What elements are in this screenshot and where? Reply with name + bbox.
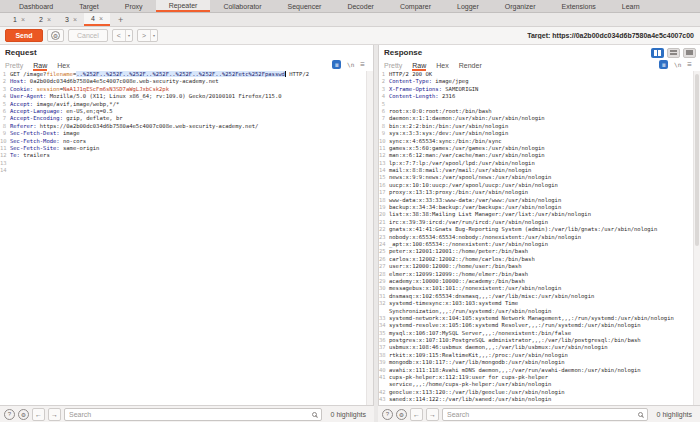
- close-tab-icon[interactable]: ×: [99, 15, 103, 22]
- nav-tab-comparer[interactable]: Comparer: [387, 0, 444, 12]
- code-line: 33systemd-network:x:104:105:systemd Netw…: [379, 315, 693, 322]
- pretty-print-icon[interactable]: ≣: [332, 60, 341, 69]
- nav-tab-dashboard[interactable]: Dashboard: [6, 0, 66, 12]
- code-line: 37usbmux:x:108:46:usbmux daemon,,,:/var/…: [379, 344, 693, 351]
- line-number: 2: [379, 78, 389, 85]
- line-number: 4: [379, 93, 389, 100]
- code-line: 13: [0, 160, 366, 167]
- repeater-tabs: 1×2×3×4×: [6, 13, 110, 26]
- help-icon[interactable]: ?: [4, 409, 15, 420]
- response-scrollbar[interactable]: [693, 71, 700, 405]
- nav-tab-learn[interactable]: Learn: [609, 0, 653, 12]
- tab-hex[interactable]: Hex: [57, 62, 69, 71]
- line-number: 21: [379, 219, 389, 226]
- nav-tab-decoder[interactable]: Decoder: [334, 0, 386, 12]
- help-icon[interactable]: ?: [382, 409, 393, 420]
- search-settings-icon[interactable]: ⚙: [18, 409, 29, 420]
- tab-pretty[interactable]: Pretty: [5, 62, 23, 71]
- code-line: 18www-data:x:33:33:www-data:/var/www:/us…: [379, 197, 693, 204]
- next-match-button[interactable]: →: [48, 408, 61, 421]
- editor-menu-icon[interactable]: ≡: [360, 61, 365, 69]
- cancel-button[interactable]: Cancel: [68, 29, 108, 42]
- close-tab-icon[interactable]: ×: [73, 16, 77, 23]
- tab-hex[interactable]: Hex: [436, 62, 448, 71]
- repeater-tab-3[interactable]: 3×: [58, 13, 84, 26]
- editor-icons: ≣\n≡: [659, 60, 692, 71]
- nav-tab-extensions[interactable]: Extensions: [549, 0, 609, 12]
- request-editor[interactable]: 1GET /image?filename=..%252F..%252F..%25…: [0, 71, 366, 405]
- code-line: 19backup:x:34:34:backup:/var/backups:/us…: [379, 204, 693, 211]
- search-icon: [312, 412, 317, 417]
- line-number: 38: [379, 352, 389, 359]
- code-line: 14mail:x:8:8:mail:/var/mail:/usr/sbin/no…: [379, 167, 693, 174]
- line-number: 10: [0, 138, 10, 145]
- code-line: 34systemd-resolve:x:105:106:systemd Reso…: [379, 322, 693, 329]
- line-number: 11: [379, 145, 389, 152]
- tab-raw[interactable]: Raw: [33, 62, 47, 71]
- nav-tab-target[interactable]: Target: [66, 0, 111, 12]
- response-title: Response: [384, 48, 422, 57]
- close-tab-icon[interactable]: ×: [47, 16, 51, 23]
- line-number: 14: [0, 167, 10, 174]
- nonprinting-chars-icon[interactable]: \n: [674, 61, 681, 68]
- next-match-button[interactable]: →: [426, 408, 439, 421]
- pretty-print-icon[interactable]: ≣: [659, 60, 668, 69]
- nonprinting-chars-icon[interactable]: \n: [347, 61, 354, 68]
- nav-tab-organizer[interactable]: Organizer: [492, 0, 549, 12]
- code-line: 13lp:x:7:7:lp:/var/spool/lpd:/usr/sbin/n…: [379, 160, 693, 167]
- repeater-tab-4[interactable]: 4×: [84, 13, 110, 26]
- code-line: 2Host: 0a2b00dc034d6b7580a4e5c4007c008e.…: [0, 78, 366, 85]
- nav-tab-repeater[interactable]: Repeater: [156, 0, 211, 12]
- nav-tab-sequencer[interactable]: Sequencer: [275, 0, 335, 12]
- line-number: 32: [379, 300, 389, 307]
- request-settings-button[interactable]: ⚙: [47, 29, 64, 42]
- line-number: 13: [379, 160, 389, 167]
- nav-tab-collaborator[interactable]: Collaborator: [210, 0, 274, 12]
- response-editor[interactable]: 1HTTP/2 200 OK2Content-Type: image/jpeg3…: [379, 71, 693, 405]
- add-tab-button[interactable]: +: [110, 13, 131, 26]
- nav-tab-proxy[interactable]: Proxy: [112, 0, 156, 12]
- code-line: 5Accept: image/avif,image/webp,*/*: [0, 101, 366, 108]
- line-number: 35: [379, 330, 389, 337]
- scrollbar-thumb[interactable]: [695, 74, 699, 246]
- code-line: 10sync:x:4:65534:sync:/bin:/bin/sync: [379, 138, 693, 145]
- prev-match-button[interactable]: ←: [32, 408, 45, 421]
- code-line: 5: [379, 101, 693, 108]
- line-number: 7: [0, 115, 10, 122]
- history-forward-button[interactable]: > ▾: [137, 29, 158, 42]
- search-settings-icon[interactable]: ⚙: [396, 409, 407, 420]
- repeater-tab-2[interactable]: 2×: [32, 13, 58, 26]
- line-number: 2: [0, 78, 10, 85]
- search-input[interactable]: [447, 411, 635, 418]
- line-number: 6: [0, 108, 10, 115]
- repeater-tab-label: 2: [39, 16, 43, 23]
- layout-rows-icon[interactable]: [667, 48, 680, 58]
- close-tab-icon[interactable]: ×: [21, 16, 25, 23]
- chevron-down-icon[interactable]: ▾: [150, 30, 157, 41]
- history-back-button[interactable]: < ▾: [112, 29, 133, 42]
- code-line: 1HTTP/2 200 OK: [379, 71, 693, 78]
- line-number: 36: [379, 337, 389, 344]
- prev-match-button[interactable]: ←: [410, 408, 423, 421]
- repeater-tab-1[interactable]: 1×: [6, 13, 32, 26]
- nav-tab-logger[interactable]: Logger: [444, 0, 492, 12]
- tab-raw[interactable]: Raw: [412, 62, 426, 71]
- request-scrollbar[interactable]: [366, 71, 373, 405]
- code-line: 28elmer:x:12099:12099::/home/elmer:/bin/…: [379, 271, 693, 278]
- code-line: 24_apt:x:100:65534::/nonexistent:/usr/sb…: [379, 241, 693, 248]
- tab-pretty[interactable]: Pretty: [384, 62, 402, 71]
- layout-single-icon[interactable]: [683, 48, 696, 58]
- send-button[interactable]: Send: [5, 29, 43, 42]
- line-number: 12: [0, 152, 10, 159]
- editor-icons: ≣\n≡: [332, 60, 365, 71]
- search-input[interactable]: [69, 411, 309, 418]
- line-number: 42: [379, 389, 389, 396]
- editor-menu-icon[interactable]: ≡: [687, 61, 692, 69]
- code-line: 41cups-pk-helper:x:112:119:user for cups…: [379, 374, 693, 381]
- line-number: 30: [379, 285, 389, 292]
- tab-render[interactable]: Render: [459, 62, 482, 71]
- code-line: 35mysql:x:106:107:MySQL Server,,,:/nonex…: [379, 330, 693, 337]
- chevron-down-icon[interactable]: ▾: [125, 30, 132, 41]
- layout-columns-icon[interactable]: [651, 48, 664, 58]
- line-number: 19: [379, 204, 389, 211]
